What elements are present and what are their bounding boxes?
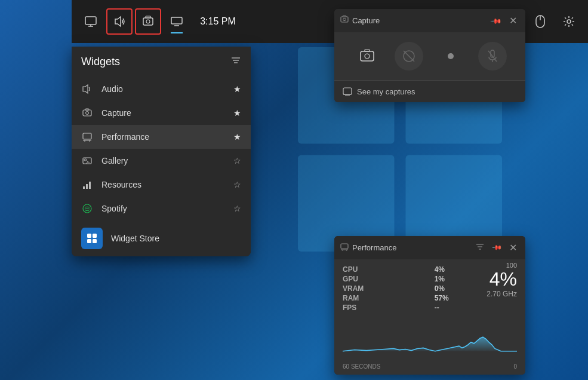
capture-close-icon[interactable]: ✕ xyxy=(507,14,519,27)
svg-rect-37 xyxy=(341,17,348,22)
svg-point-15 xyxy=(567,20,571,23)
widget-item-gallery[interactable]: Gallery ☆ xyxy=(72,149,251,173)
chart-min-label: 0 xyxy=(513,363,517,370)
perf-big-value: 4% xyxy=(487,269,517,290)
capture-title-bar: Capture 📌 ✕ xyxy=(334,9,525,32)
capture-widget: Capture 📌 ✕ xyxy=(334,9,525,102)
capture-title-text: Capture xyxy=(352,16,490,25)
widget-item-spotify[interactable]: Spotify ☆ xyxy=(72,197,251,220)
mic-button[interactable] xyxy=(478,42,507,71)
audio-item-icon xyxy=(81,83,93,95)
settings-taskbar-icon[interactable] xyxy=(556,8,582,35)
svg-rect-36 xyxy=(93,239,97,243)
performance-close-icon[interactable]: ✕ xyxy=(507,241,519,255)
widgets-panel: Widgets Audio ★ Capture xyxy=(72,47,251,256)
fps-value: -- xyxy=(435,304,517,312)
svg-rect-31 xyxy=(89,182,91,189)
widget-store-icon xyxy=(81,228,103,249)
audio-item-label: Audio xyxy=(101,84,225,94)
svg-marker-7 xyxy=(115,17,121,26)
svg-rect-30 xyxy=(86,184,88,189)
widget-item-capture[interactable]: Capture ★ xyxy=(72,101,251,125)
performance-title-bar: Performance 📌 ✕ xyxy=(334,236,525,259)
audio-taskbar-icon[interactable] xyxy=(106,8,133,35)
resources-item-icon xyxy=(81,179,93,191)
fps-label: FPS xyxy=(343,304,432,312)
svg-rect-52 xyxy=(341,244,348,249)
svg-rect-4 xyxy=(85,17,96,24)
filter-icon[interactable] xyxy=(230,55,241,69)
svg-rect-28 xyxy=(84,159,87,161)
chart-time-label: 60 SECONDS xyxy=(343,363,380,370)
perf-frequency: 2.70 GHz xyxy=(487,290,517,298)
capture-footer: See my captures xyxy=(334,80,525,102)
performance-star[interactable]: ★ xyxy=(233,132,241,142)
vram-label: VRAM xyxy=(343,284,432,293)
widget-item-performance[interactable]: Performance ★ xyxy=(72,125,251,149)
widget-item-audio[interactable]: Audio ★ xyxy=(72,77,251,101)
svg-point-10 xyxy=(146,20,150,23)
svg-point-39 xyxy=(343,18,346,20)
performance-settings-icon[interactable] xyxy=(473,241,487,254)
audio-star[interactable]: ★ xyxy=(233,84,241,94)
performance-widget: Performance 📌 ✕ CPU 4% GPU 1% VRAM 0% RA… xyxy=(334,236,525,375)
gpu-label: GPU xyxy=(343,275,432,283)
svg-marker-19 xyxy=(83,85,88,93)
widget-store-item[interactable]: Widget Store xyxy=(72,220,251,256)
svg-rect-34 xyxy=(93,234,97,238)
svg-point-22 xyxy=(86,112,89,115)
performance-chart xyxy=(334,315,525,363)
svg-rect-40 xyxy=(361,51,374,61)
widget-store-label: Widget Store xyxy=(111,234,159,243)
gallery-item-icon xyxy=(81,155,93,167)
svg-rect-23 xyxy=(83,133,91,139)
svg-point-45 xyxy=(448,53,454,59)
performance-title-icon xyxy=(340,243,349,253)
see-captures-label: See my captures xyxy=(357,87,415,96)
capture-pin-icon[interactable]: 📌 xyxy=(488,12,505,29)
capture-title-actions: 📌 ✕ xyxy=(490,14,519,27)
capture-star[interactable]: ★ xyxy=(233,108,241,118)
record-button[interactable] xyxy=(395,42,423,71)
svg-rect-20 xyxy=(83,110,91,116)
display-taskbar-icon[interactable] xyxy=(164,8,190,35)
spotify-star[interactable]: ☆ xyxy=(233,204,241,213)
svg-rect-21 xyxy=(85,109,89,111)
gallery-item-label: Gallery xyxy=(101,156,225,166)
capture-item-label: Capture xyxy=(101,108,225,118)
svg-rect-33 xyxy=(87,234,91,238)
widgets-title: Widgets xyxy=(81,56,120,68)
svg-rect-29 xyxy=(83,186,85,189)
performance-title-actions: 📌 ✕ xyxy=(473,241,519,255)
ram-label: RAM xyxy=(343,294,432,302)
performance-pin-icon[interactable]: 📌 xyxy=(488,240,505,256)
widgets-header: Widgets xyxy=(72,47,251,77)
performance-content: CPU 4% GPU 1% VRAM 0% RAM 57% FPS -- 100… xyxy=(334,259,525,315)
perf-big-area: 100 4% 2.70 GHz xyxy=(487,262,517,298)
resources-item-label: Resources xyxy=(101,180,225,189)
spotify-item-icon xyxy=(81,203,93,214)
svg-point-42 xyxy=(365,54,370,59)
spotify-item-label: Spotify xyxy=(101,204,225,213)
monitor-taskbar-icon[interactable] xyxy=(78,8,104,35)
capture-item-icon xyxy=(81,107,93,119)
performance-item-label: Performance xyxy=(101,132,225,142)
performance-item-icon xyxy=(81,131,93,143)
see-captures-link[interactable]: See my captures xyxy=(343,87,517,96)
gallery-star[interactable]: ☆ xyxy=(233,156,241,166)
resources-star[interactable]: ☆ xyxy=(233,180,241,189)
mouse-taskbar-icon[interactable] xyxy=(527,8,553,35)
svg-rect-49 xyxy=(343,88,352,94)
performance-chart-footer: 60 SECONDS 0 xyxy=(334,363,525,375)
stream-button[interactable] xyxy=(436,42,465,71)
screenshot-button[interactable] xyxy=(353,42,381,71)
svg-rect-35 xyxy=(87,239,91,243)
svg-rect-41 xyxy=(365,50,370,51)
widget-item-resources[interactable]: Resources ☆ xyxy=(72,173,251,197)
svg-rect-9 xyxy=(146,16,150,18)
cpu-label: CPU xyxy=(343,265,432,274)
svg-rect-11 xyxy=(171,17,182,24)
taskbar-time: 3:15 PM xyxy=(197,16,239,27)
capture-taskbar-icon[interactable] xyxy=(135,8,161,35)
capture-title-icon xyxy=(340,16,349,26)
